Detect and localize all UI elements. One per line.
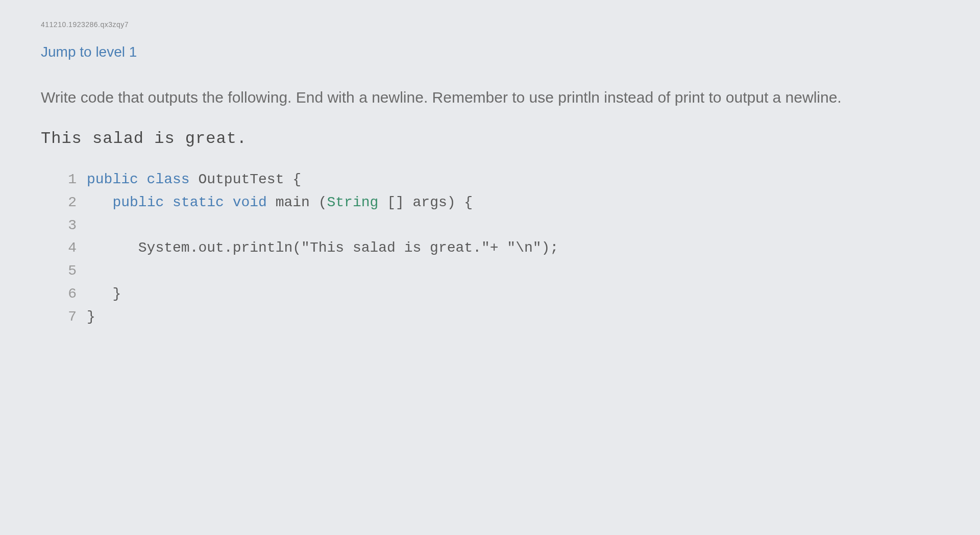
code-line[interactable]: 4 System.out.println("This salad is grea…: [56, 237, 939, 260]
expected-output-text: This salad is great.: [41, 129, 939, 148]
line-number: 7: [56, 306, 77, 329]
code-token: main (: [267, 194, 327, 210]
problem-instructions: Write code that outputs the following. E…: [41, 86, 939, 109]
code-content[interactable]: }: [87, 283, 121, 306]
line-number: 1: [56, 168, 77, 191]
line-number: 3: [56, 214, 77, 237]
code-content[interactable]: public static void main (String [] args)…: [87, 191, 473, 214]
code-line[interactable]: 2 public static void main (String [] arg…: [56, 191, 939, 214]
code-token: System.out.println(: [87, 240, 301, 256]
code-token: );: [542, 240, 559, 256]
code-token: OutputTest {: [190, 172, 301, 187]
code-editor[interactable]: 1public class OutputTest {2 public stati…: [41, 168, 939, 329]
code-token: "This salad is great.": [301, 240, 490, 256]
code-token: public static void: [112, 194, 266, 210]
header-id-text: 411210.1923286.qx3zqy7: [41, 20, 939, 29]
code-token: +: [490, 240, 507, 256]
code-content[interactable]: System.out.println("This salad is great.…: [87, 237, 558, 260]
jump-to-level-link[interactable]: Jump to level 1: [41, 44, 939, 60]
code-line[interactable]: 7}: [56, 306, 939, 329]
code-token: }: [87, 286, 121, 302]
code-content[interactable]: public class OutputTest {: [87, 168, 301, 191]
line-number: 2: [56, 191, 77, 214]
code-line[interactable]: 6 }: [56, 283, 939, 306]
line-number: 4: [56, 237, 77, 260]
code-token: String: [327, 194, 379, 210]
line-number: 5: [56, 260, 77, 283]
line-number: 6: [56, 283, 77, 306]
code-token: [] args) {: [378, 194, 473, 210]
code-content[interactable]: }: [87, 306, 95, 329]
code-token: "\n": [507, 240, 541, 256]
code-line[interactable]: 1public class OutputTest {: [56, 168, 939, 191]
code-token: public class: [87, 172, 190, 187]
code-line[interactable]: 3: [56, 214, 939, 237]
code-token: [87, 194, 112, 210]
code-line[interactable]: 5: [56, 260, 939, 283]
code-token: }: [87, 309, 95, 325]
